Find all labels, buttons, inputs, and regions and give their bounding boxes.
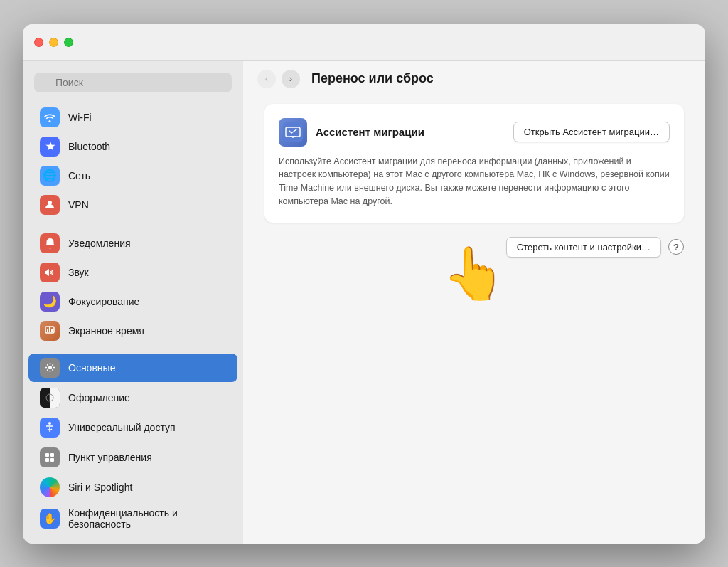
open-migration-button[interactable]: Открыть Ассистент миграции… [513,122,670,142]
sidebar-network-section: Wi-Fi ★ Bluetooth 🌐 Сеть [23,101,243,221]
notifications-icon [40,233,60,253]
sidebar-item-general[interactable]: Основные [28,354,237,382]
sidebar-label-screentime: Экранное время [68,325,226,337]
svg-rect-8 [46,453,49,457]
svg-point-5 [48,366,52,369]
control-icon [40,447,60,467]
accessibility-icon [40,418,60,438]
erase-button[interactable]: Стереть контент и настройки… [506,237,661,258]
migration-title-group: Ассистент миграции [279,118,424,147]
sidebar-item-screentime[interactable]: Экранное время [28,317,237,345]
sidebar-item-sound[interactable]: Звук [28,258,237,287]
sidebar-label-siri: Siri и Spotlight [68,482,226,493]
screentime-icon [40,321,60,341]
search-container: 🔍 [23,70,243,101]
svg-rect-2 [47,329,48,332]
sidebar-item-focus[interactable]: 🌙 Фокусирование [28,287,237,316]
sidebar-item-wifi[interactable]: Wi-Fi [28,103,237,132]
close-button[interactable] [34,38,43,47]
main-content: ‹ › Перенос или сброс [243,61,705,544]
sidebar-item-privacy[interactable]: ✋ Конфиденциальность и безопасность [28,503,237,534]
svg-rect-9 [50,453,54,457]
nav-bar: ‹ › Перенос или сброс [243,61,705,97]
search-input[interactable] [34,73,232,92]
content-area: 🔍 Wi-Fi [23,61,705,544]
sidebar-item-bluetooth[interactable]: ★ Bluetooth [28,132,237,161]
sidebar-label-privacy: Конфиденциальность и безопасность [68,507,226,530]
migration-card: Ассистент миграции Открыть Ассистент миг… [264,104,684,223]
sidebar-label-wifi: Wi-Fi [68,112,226,123]
siri-icon [40,477,60,497]
search-wrapper: 🔍 [34,73,232,92]
svg-point-7 [48,422,51,425]
migration-title: Ассистент миграции [316,126,424,138]
focus-icon: 🌙 [40,292,60,312]
svg-rect-4 [51,329,53,332]
maximize-button[interactable] [64,38,73,47]
sidebar-label-sound: Звук [68,267,226,278]
sidebar-item-control[interactable]: Пункт управления [28,443,237,472]
sound-icon [40,263,60,282]
traffic-lights [34,38,73,47]
sidebar-label-control: Пункт управления [68,452,226,463]
hand-emoji-container: 👆 [264,265,684,304]
sidebar-label-vpn: VPN [68,199,226,211]
sidebar: 🔍 Wi-Fi [23,61,243,544]
main-body: Ассистент миграции Открыть Ассистент миг… [243,97,705,325]
sidebar-label-bluetooth: Bluetooth [68,141,226,152]
sidebar-label-focus: Фокусирование [68,296,226,307]
sidebar-label-accessibility: Универсальный доступ [68,422,226,433]
sidebar-item-vpn[interactable]: VPN [28,191,237,219]
svg-rect-3 [49,327,50,332]
svg-rect-10 [46,458,49,462]
wifi-icon [40,107,60,127]
svg-rect-11 [50,458,54,462]
sidebar-item-siri[interactable]: Siri и Spotlight [28,473,237,502]
main-window: 🔍 Wi-Fi [23,24,705,544]
hand-emoji: 👆 [442,243,506,304]
sidebar-label-notifications: Уведомления [68,238,226,249]
general-icon [40,358,60,378]
sidebar-item-appearance[interactable]: Оформление [28,383,237,412]
bluetooth-icon: ★ [40,137,60,157]
sidebar-system-section: Уведомления Звук 🌙 [23,227,243,347]
page-title: Перенос или сброс [311,71,434,86]
sidebar-item-notifications[interactable]: Уведомления [28,229,237,258]
help-button[interactable]: ? [668,239,684,255]
sidebar-label-network: Сеть [68,170,226,181]
sidebar-item-accessibility[interactable]: Универсальный доступ [28,413,237,442]
appearance-icon [40,388,60,408]
privacy-icon: ✋ [40,509,60,529]
migration-description: Используйте Ассистент миграции для перен… [279,155,670,208]
forward-button[interactable]: › [282,70,300,88]
network-icon: 🌐 [40,166,60,186]
erase-section: Стереть контент и настройки… ? 👆 [264,237,684,304]
titlebar [23,24,705,61]
back-button[interactable]: ‹ [257,70,276,88]
vpn-icon [40,195,60,215]
sidebar-item-network[interactable]: 🌐 Сеть [28,161,237,190]
migration-icon [279,118,307,147]
sidebar-label-general: Основные [68,362,226,373]
migration-header: Ассистент миграции Открыть Ассистент миг… [279,118,670,147]
minimize-button[interactable] [49,38,58,47]
sidebar-label-appearance: Оформление [68,392,226,403]
